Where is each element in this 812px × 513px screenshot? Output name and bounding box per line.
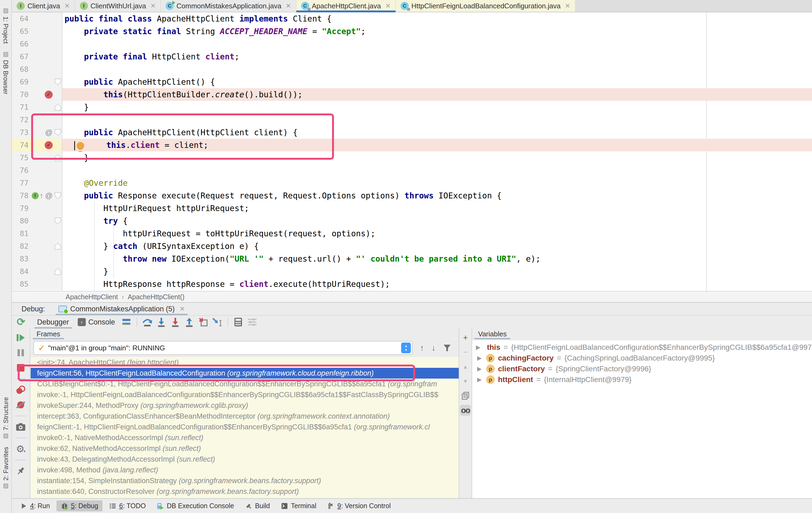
- code-line-64[interactable]: 64public final class ApacheHttpClient im…: [12, 12, 812, 25]
- code-line-82[interactable]: 82 } catch (URISyntaxException e) {: [12, 240, 812, 253]
- debugger-settings-button[interactable]: ⚙ ▾: [15, 443, 27, 455]
- code-text[interactable]: }: [62, 265, 812, 278]
- frame-row[interactable]: instantiate:154, SimpleInstantiationStra…: [31, 475, 459, 486]
- fold-marker-icon[interactable]: [55, 243, 61, 250]
- frame-row[interactable]: feignClient:-1, HttpClientFeignLoadBalan…: [31, 422, 459, 432]
- frame-row[interactable]: invoke0:-1, NativeMethodAccessorImpl (su…: [31, 432, 459, 443]
- code-text[interactable]: [62, 113, 812, 126]
- run-to-cursor-icon[interactable]: [211, 317, 223, 327]
- statusbar-item-5--debug[interactable]: 5: Debug: [56, 501, 103, 511]
- code-line-75[interactable]: 75 }: [12, 151, 812, 164]
- stripe-item-db-browser[interactable]: ▨DB Browser: [2, 51, 10, 94]
- thread-selector[interactable]: ✓ "main"@1 in group "main": RUNNING ▴▾: [33, 341, 412, 355]
- code-line-71[interactable]: 71 }: [12, 101, 812, 113]
- editor-tab-httpclientfeignloadbalancedconfiguration[interactable]: CHttpClientFeignLoadBalancedConfiguratio…: [396, 0, 575, 12]
- fold-marker-icon[interactable]: [55, 154, 61, 161]
- pin-tab-button[interactable]: [15, 465, 27, 477]
- code-line-73[interactable]: 73@ public ApacheHttpClient(HttpClient c…: [12, 126, 812, 139]
- gutter-line-68[interactable]: 68: [12, 63, 62, 76]
- code-text[interactable]: [62, 164, 812, 177]
- code-line-70[interactable]: 70✓ this(HttpClientBuilder.create().buil…: [12, 88, 812, 101]
- evaluate-expression-icon[interactable]: [232, 317, 244, 327]
- close-icon[interactable]: ✕: [64, 2, 70, 10]
- code-line-81[interactable]: 81 httpUriRequest = toHttpUriRequest(req…: [12, 227, 812, 240]
- statusbar-item-6--todo[interactable]: 6: TODO: [105, 501, 150, 511]
- editor-tab-apachehttpclient[interactable]: CApacheHttpClient.java✕: [296, 0, 396, 12]
- step-into-icon[interactable]: [155, 317, 167, 327]
- code-text[interactable]: @Override: [62, 177, 812, 189]
- statusbar-item-db-execution-console[interactable]: DB Execution Console: [152, 501, 238, 511]
- close-icon[interactable]: ✕: [565, 2, 570, 10]
- breakpoint-icon[interactable]: ✓: [45, 141, 53, 149]
- code-line-78[interactable]: 78I↑@ public Response execute(Request re…: [12, 189, 812, 202]
- code-text[interactable]: HttpUriRequest httpUriRequest;: [62, 202, 812, 215]
- code-line-85[interactable]: 85 HttpResponse httpResponse = client.ex…: [12, 278, 812, 290]
- close-icon[interactable]: ✕: [286, 2, 291, 10]
- gutter-line-66[interactable]: 66: [12, 38, 62, 50]
- frame-row[interactable]: invoke:-1, HttpClientFeignLoadBalancedCo…: [31, 389, 459, 400]
- breadcrumb[interactable]: ApacheHttpClient › ApacheHttpClient(): [12, 291, 812, 302]
- gutter-line-80[interactable]: 80: [12, 215, 62, 227]
- gutter-line-65[interactable]: 65: [12, 25, 62, 38]
- rerun-button[interactable]: ⟳: [14, 316, 27, 328]
- variables-title[interactable]: Variables: [472, 329, 513, 339]
- view-breakpoints-button[interactable]: [15, 384, 27, 396]
- code-line-65[interactable]: 65 private static final String ACCEPT_HE…: [12, 25, 812, 38]
- fold-marker-icon[interactable]: [55, 129, 61, 136]
- pause-button[interactable]: [15, 347, 27, 359]
- code-line-74[interactable]: 74✓ this.client = client;: [12, 139, 812, 151]
- settings-sliders-icon[interactable]: [246, 317, 258, 327]
- gutter-line-69[interactable]: 69: [12, 76, 62, 88]
- code-line-66[interactable]: 66: [12, 38, 812, 50]
- variable-row-clientFactory[interactable]: ▶pclientFactory={SpringClientFactory@999…: [472, 364, 812, 374]
- gutter-line-78[interactable]: 78I↑@: [12, 189, 62, 202]
- frame-row[interactable]: feignClient:56, HttpClientFeignLoadBalan…: [31, 368, 459, 378]
- code-text[interactable]: private static final String ACCEPT_HEADE…: [62, 25, 812, 38]
- gutter-line-75[interactable]: 75: [12, 151, 62, 164]
- variable-row-cachingFactory[interactable]: ▶pcachingFactory={CachingSpringLoadBalan…: [472, 353, 812, 364]
- code-text[interactable]: [62, 63, 812, 76]
- gutter-line-73[interactable]: 73@: [12, 126, 62, 139]
- gutter-line-76[interactable]: 76: [12, 164, 62, 177]
- move-watch-up-icon[interactable]: ▲: [460, 361, 471, 372]
- add-watch-icon[interactable]: +: [460, 332, 471, 343]
- tab-debugger[interactable]: Debugger: [33, 315, 74, 329]
- code-line-72[interactable]: 72: [12, 113, 812, 126]
- breakpoint-icon[interactable]: ✓: [45, 91, 53, 99]
- stripe-item-2-favorites[interactable]: ▨2: Favorites: [2, 447, 10, 490]
- next-frame-icon[interactable]: ↓: [432, 343, 436, 352]
- gutter-line-64[interactable]: 64: [12, 12, 62, 25]
- frames-title[interactable]: Frames: [31, 329, 66, 339]
- fold-marker-icon[interactable]: [55, 79, 61, 86]
- gutter-line-77[interactable]: 77: [12, 177, 62, 189]
- tab-console[interactable]: › Console: [74, 315, 119, 329]
- expand-chevron-icon[interactable]: ▶: [476, 344, 481, 351]
- statusbar-item-build[interactable]: Build: [240, 501, 274, 511]
- gutter-line-82[interactable]: 82: [12, 240, 62, 253]
- frame-row[interactable]: <init>:74, ApacheHttpClient (feign.httpc…: [31, 357, 459, 368]
- frames-list[interactable]: <init>:74, ApacheHttpClient (feign.httpc…: [31, 357, 459, 498]
- statusbar-item-terminal[interactable]: Terminal: [277, 501, 320, 511]
- variable-row-httpClient[interactable]: ▶phttpClient={InternalHttpClient@9979}: [472, 374, 812, 385]
- gutter-line-83[interactable]: 83: [12, 253, 62, 265]
- variables-tree[interactable]: ▶this={HttpClientFeignLoadBalancedConfig…: [472, 340, 812, 498]
- breadcrumb-method[interactable]: ApacheHttpClient(): [128, 293, 184, 301]
- layout-settings-icon[interactable]: [120, 317, 132, 327]
- previous-frame-icon[interactable]: ↑: [420, 343, 424, 352]
- resume-button[interactable]: [15, 332, 27, 344]
- code-line-68[interactable]: 68: [12, 63, 812, 76]
- editor-tab-commonmistakesapplication[interactable]: CCommonMistakesApplication.java✕: [161, 0, 296, 12]
- combo-stepper-icon[interactable]: ▴▾: [401, 343, 411, 353]
- gutter-line-67[interactable]: 67: [12, 50, 62, 63]
- expand-chevron-icon[interactable]: ▶: [476, 376, 483, 383]
- variable-row-this[interactable]: ▶this={HttpClientFeignLoadBalancedConfig…: [472, 342, 812, 353]
- expand-chevron-icon[interactable]: ▶: [476, 365, 483, 372]
- frame-row[interactable]: invokeSuper:244, MethodProxy (org.spring…: [31, 400, 459, 411]
- code-text[interactable]: public ApacheHttpClient() {: [62, 76, 812, 88]
- force-step-into-icon[interactable]: [169, 317, 181, 327]
- gutter-line-79[interactable]: 79: [12, 202, 62, 215]
- frame-row[interactable]: intercept:363, ConfigurationClassEnhance…: [31, 411, 459, 422]
- duplicate-watch-icon[interactable]: [460, 390, 471, 401]
- statusbar-item-4--run[interactable]: 4: Run: [16, 501, 54, 511]
- debug-session-tab[interactable]: CommonMistakesApplication (5) ✕: [56, 303, 188, 315]
